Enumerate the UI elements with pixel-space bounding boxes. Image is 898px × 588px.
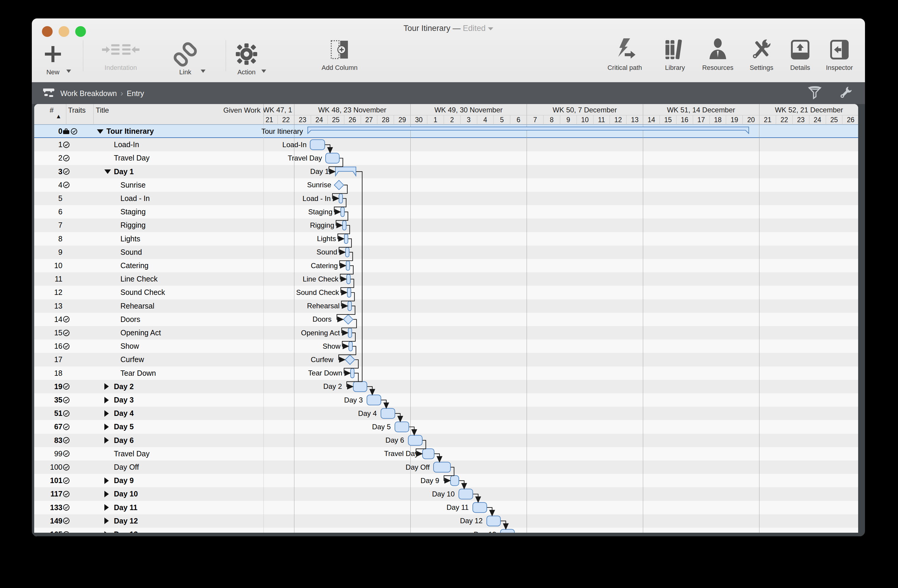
wrench-icon[interactable] [838,85,853,101]
day-header[interactable]: 5 [493,115,510,124]
dropdown-arrow-icon[interactable] [66,69,71,73]
breadcrumb-mode[interactable]: Entry [127,89,144,98]
task-title[interactable]: Day 6 [114,434,134,447]
critical-path-button[interactable]: Critical path [598,36,652,81]
day-header[interactable]: 18 [709,115,726,124]
table-row[interactable] [34,205,858,218]
task-title[interactable]: Sunrise [120,178,146,192]
task-title[interactable]: Catering [120,259,149,272]
day-header[interactable]: 22 [277,115,294,124]
table-row[interactable] [34,246,858,259]
day-header[interactable]: 24 [311,115,328,124]
week-header[interactable]: WK 51, 14 December [643,104,759,115]
day-header[interactable]: 11 [593,115,610,124]
week-header[interactable]: WK 50, 7 December [527,104,643,115]
table-row[interactable] [34,434,858,447]
week-header[interactable]: WK 48, 23 November [294,104,411,115]
task-title[interactable]: Day Off [114,461,139,474]
table-row[interactable] [34,367,858,380]
task-title[interactable]: Lights [120,232,140,246]
add-column-button[interactable]: Add Column [310,36,369,81]
filter-funnel-icon[interactable] [808,86,821,101]
day-header[interactable]: 29 [394,115,411,124]
day-header[interactable]: 3 [460,115,477,124]
day-header[interactable]: 9 [560,115,577,124]
day-header[interactable]: 12 [610,115,626,124]
day-header[interactable]: 17 [693,115,709,124]
task-title[interactable]: Load - In [120,192,150,205]
day-header[interactable]: 10 [577,115,593,124]
day-header[interactable]: 21 [263,115,277,124]
table-row[interactable] [34,299,858,313]
column-header-given-work[interactable]: Given Work [214,104,263,124]
inspector-button[interactable]: Inspector [821,36,857,81]
task-title[interactable]: Day 10 [114,487,138,500]
column-header-traits[interactable]: Traits [66,104,93,124]
day-header[interactable]: 23 [792,115,809,124]
task-title[interactable]: Tour Itinerary [106,124,154,138]
task-title[interactable]: Day 9 [114,474,134,487]
day-header[interactable]: 13 [626,115,643,124]
table-row[interactable] [34,407,858,420]
table-row[interactable] [34,474,858,487]
day-header[interactable]: 1 [427,115,444,124]
table-row[interactable] [34,165,858,178]
table-row[interactable] [34,487,858,500]
task-title[interactable]: Day 3 [114,393,134,407]
table-row[interactable] [34,192,858,205]
day-header[interactable]: 22 [776,115,792,124]
day-header[interactable]: 21 [759,115,776,124]
task-title[interactable]: Sound Check [120,286,165,299]
column-header-title[interactable]: Title [93,104,214,124]
day-header[interactable]: 30 [411,115,427,124]
day-header[interactable]: 25 [826,115,843,124]
table-row[interactable] [34,178,858,192]
disclosure-triangle[interactable] [105,169,111,174]
breadcrumb-view[interactable]: Work Breakdown [60,89,117,98]
day-header[interactable]: 16 [676,115,693,124]
table-row[interactable] [34,380,858,393]
task-title[interactable]: Travel Day [114,151,149,165]
disclosure-triangle[interactable] [105,504,109,511]
link-button[interactable]: Link [173,36,223,81]
task-title[interactable]: Doors [120,313,140,326]
table-row[interactable] [34,313,858,326]
table-row[interactable] [34,124,858,138]
week-header[interactable]: WK 52, 21 December [759,104,858,115]
day-header[interactable]: 4 [477,115,494,124]
table-row[interactable] [34,514,858,528]
table-row[interactable] [34,447,858,461]
column-header-num[interactable]: # ▲ [34,104,66,124]
timeline-header[interactable]: WK 47, 12122WK 48, 23 November2324252627… [263,104,858,124]
task-title[interactable]: Sound [120,246,142,259]
table-row[interactable] [34,353,858,366]
table-row[interactable] [34,393,858,407]
table-row[interactable] [34,151,858,165]
disclosure-triangle[interactable] [105,517,109,524]
task-title[interactable]: Day 2 [114,380,134,393]
disclosure-triangle[interactable] [105,397,109,404]
task-title[interactable]: Rigging [120,218,146,232]
day-header[interactable]: 26 [344,115,361,124]
task-title[interactable]: Tear Down [120,367,156,380]
library-button[interactable]: Library [659,36,691,81]
day-header[interactable]: 28 [377,115,394,124]
day-header[interactable]: 26 [842,115,858,124]
sort-ascending-icon[interactable]: ▲ [55,113,62,120]
day-header[interactable]: 7 [527,115,543,124]
table-row[interactable] [34,339,858,353]
task-title[interactable]: Day 1 [114,165,134,178]
day-header[interactable]: 20 [743,115,759,124]
work-breakdown-icon[interactable] [43,88,56,99]
day-header[interactable]: 6 [510,115,527,124]
table-row[interactable] [34,501,858,514]
task-title[interactable]: Line Check [120,272,158,286]
table-row[interactable] [34,218,858,232]
settings-button[interactable]: Settings [744,36,779,81]
disclosure-triangle[interactable] [97,129,103,134]
disclosure-triangle[interactable] [105,437,109,444]
task-title[interactable]: Curfew [120,353,144,366]
task-title[interactable]: Day 11 [114,501,137,514]
disclosure-triangle[interactable] [105,383,109,390]
task-title[interactable]: Opening Act [120,326,161,339]
